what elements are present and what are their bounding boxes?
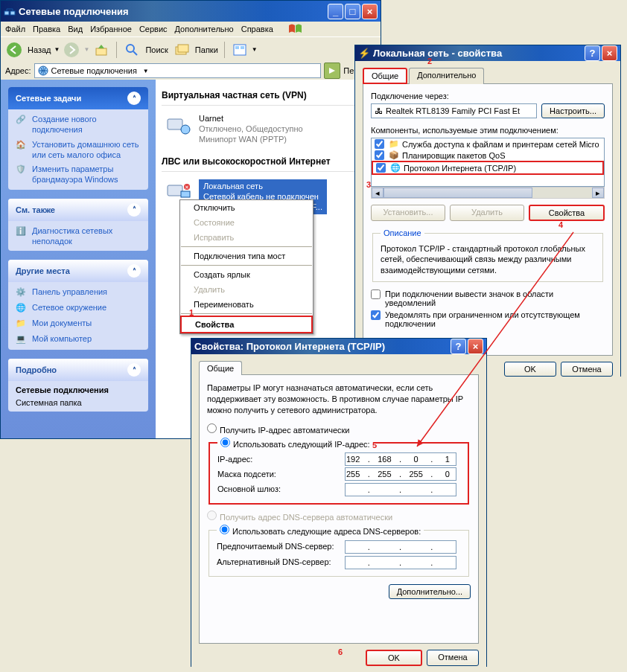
- cb-tray[interactable]: [371, 289, 381, 299]
- windows-logo-icon: [288, 22, 303, 36]
- go-button[interactable]: [324, 63, 340, 79]
- minimize-button[interactable]: _: [328, 4, 343, 19]
- radio-dns-auto: Получить адрес DNS-сервера автоматически: [207, 513, 392, 522]
- lanprops-titlebar[interactable]: ⚡ Локальная сеть - свойства ? ×: [355, 45, 620, 61]
- dns1-field[interactable]: ...: [345, 540, 456, 554]
- chevron-up-icon[interactable]: ˄: [127, 203, 141, 217]
- annot-2: 2: [427, 57, 432, 65]
- help-button[interactable]: ?: [585, 45, 600, 61]
- back-button[interactable]: [5, 41, 23, 59]
- other-my-docs[interactable]: 📁Мои документы: [16, 318, 141, 330]
- see-also-header[interactable]: См. также˄: [8, 199, 148, 221]
- other-places-header[interactable]: Другие места˄: [8, 260, 148, 282]
- context-menu: Отключить Состояние Исправить Подключени…: [179, 199, 314, 334]
- views-button[interactable]: [231, 41, 249, 59]
- cancel-button[interactable]: Отмена: [561, 362, 613, 377]
- addr-label: Адрес:: [5, 66, 31, 75]
- close-button[interactable]: ×: [468, 339, 483, 354]
- lan-section-title: ЛВС или высокоскоростной Интернет: [162, 156, 375, 167]
- radio-ip-auto[interactable]: Получить IP-адрес автоматически: [207, 426, 349, 435]
- folders-icon[interactable]: [173, 41, 191, 59]
- see-also-diag[interactable]: ℹ️Диагностика сетевых неполадок: [16, 225, 141, 247]
- gw-field[interactable]: ...: [345, 483, 456, 496]
- svg-rect-14: [241, 46, 244, 49]
- menu-fav[interactable]: Избранное: [90, 25, 132, 33]
- tab-advanced[interactable]: Дополнительно: [409, 68, 484, 84]
- props-button[interactable]: Свойства: [529, 205, 605, 221]
- comp-fileprint[interactable]: 📁Служба доступа к файлам и принтерам сет…: [372, 138, 604, 150]
- tcpip-titlebar[interactable]: Свойства: Протокол Интернета (TCP/IP) ? …: [191, 339, 486, 354]
- addr-chevron-icon[interactable]: ▼: [143, 68, 149, 74]
- dns2-field[interactable]: ...: [345, 556, 456, 569]
- ip-field[interactable]: 192.168.0.1: [345, 452, 456, 466]
- cb-fileprint[interactable]: [375, 139, 384, 149]
- other-my-computer[interactable]: 💻Мой компьютер: [16, 333, 141, 345]
- task-new-connection[interactable]: 🔗Создание нового подключения: [16, 114, 141, 135]
- tab-general[interactable]: Общие: [199, 361, 242, 375]
- other-control-panel[interactable]: ⚙️Панель управления: [16, 287, 141, 298]
- tab-general[interactable]: Общие: [363, 68, 407, 84]
- components-list[interactable]: 📁Служба доступа к файлам и принтерам сет…: [371, 138, 605, 187]
- forward-button[interactable]: [63, 41, 80, 59]
- advanced-button[interactable]: Дополнительно...: [389, 584, 471, 599]
- comp-tcpip[interactable]: 🌐Протокол Интернета (TCP/IP): [372, 161, 604, 175]
- tray-label: При подключении вывести значок в области…: [385, 289, 605, 307]
- search-label[interactable]: Поиск: [145, 45, 168, 54]
- ctx-shortcut[interactable]: Создать ярлык: [180, 267, 313, 282]
- ctx-properties[interactable]: Свойства: [180, 316, 313, 333]
- help-button[interactable]: ?: [451, 339, 466, 354]
- configure-button[interactable]: Настроить...: [541, 103, 605, 118]
- ctx-bridge[interactable]: Подключения типа мост: [180, 249, 313, 263]
- back-label[interactable]: Назад: [28, 45, 51, 54]
- dns2-label: Альтернативный DNS-сервер:: [217, 557, 331, 566]
- menu-file[interactable]: Файл: [5, 25, 25, 33]
- cpanel-icon: ⚙️: [16, 287, 28, 298]
- task-home-network[interactable]: 🏠Установить домашнюю сеть или сеть малог…: [16, 139, 141, 161]
- cb-tcpip[interactable]: [376, 163, 386, 173]
- ctx-rename[interactable]: Переименовать: [180, 297, 313, 312]
- radio-dns-manual[interactable]: Использовать следующие адреса DNS-сервер…: [220, 527, 421, 536]
- vpn-item-uarnet[interactable]: Uarnet Отключено, Общедоступно Минипорт …: [162, 110, 375, 148]
- folders-label[interactable]: Папки: [195, 45, 218, 54]
- explorer-title: Сетевые подключения: [19, 6, 129, 17]
- explorer-titlebar[interactable]: Сетевые подключения _ □ ×: [1, 1, 381, 22]
- menu-view[interactable]: Вид: [68, 25, 83, 33]
- details-header[interactable]: Подробно˄: [8, 359, 148, 381]
- ok-button[interactable]: OK: [504, 362, 556, 377]
- components-scrollbar[interactable]: ◂ ▸: [371, 187, 605, 199]
- tasks-header[interactable]: Сетевые задачи˄: [8, 87, 148, 109]
- scroll-left-icon[interactable]: ◂: [372, 188, 383, 198]
- addr-value: Сетевые подключения: [51, 66, 137, 75]
- menu-help[interactable]: Справка: [241, 25, 273, 33]
- up-button[interactable]: [92, 41, 110, 59]
- vpn-section-title: Виртуальная частная сеть (VPN): [162, 90, 375, 100]
- chevron-up-icon[interactable]: ˄: [127, 363, 141, 377]
- svg-rect-16: [168, 119, 182, 129]
- menu-edit[interactable]: Правка: [33, 25, 60, 33]
- other-net-places[interactable]: 🌐Сетевое окружение: [16, 302, 141, 314]
- cb-warn[interactable]: [371, 310, 381, 320]
- scroll-right-icon[interactable]: ▸: [592, 188, 604, 198]
- task-firewall[interactable]: 🛡️Изменить параметры брандмауэра Windows: [16, 164, 141, 185]
- chevron-up-icon[interactable]: ˄: [127, 264, 141, 278]
- svg-rect-18: [168, 185, 182, 196]
- menu-tools[interactable]: Сервис: [139, 25, 168, 33]
- chevron-up-icon[interactable]: ˄: [127, 92, 141, 105]
- comp-qos[interactable]: 📦Планировщик пакетов QoS: [372, 150, 604, 161]
- cancel-button[interactable]: Отмена: [427, 650, 479, 666]
- menu-advanced[interactable]: Дополнительно: [175, 25, 234, 33]
- addr-input[interactable]: Сетевые подключения ▼: [34, 63, 322, 78]
- mask-field[interactable]: 255.255.255.0: [345, 467, 456, 481]
- maximize-button[interactable]: □: [345, 4, 360, 19]
- ok-button[interactable]: OK: [366, 650, 422, 666]
- cb-qos[interactable]: [375, 150, 384, 160]
- search-icon[interactable]: [123, 41, 141, 59]
- left-panel: Сетевые задачи˄ 🔗Создание нового подключ…: [1, 80, 156, 438]
- ctx-disable[interactable]: Отключить: [180, 200, 313, 215]
- nic-icon: 🖧: [375, 106, 383, 115]
- home-net-icon: 🏠: [16, 139, 28, 151]
- close-button[interactable]: ×: [362, 4, 378, 19]
- close-button[interactable]: ×: [602, 45, 617, 61]
- radio-ip-manual[interactable]: Использовать следующий IP-адрес:: [220, 440, 370, 449]
- addr-icon: [38, 65, 48, 76]
